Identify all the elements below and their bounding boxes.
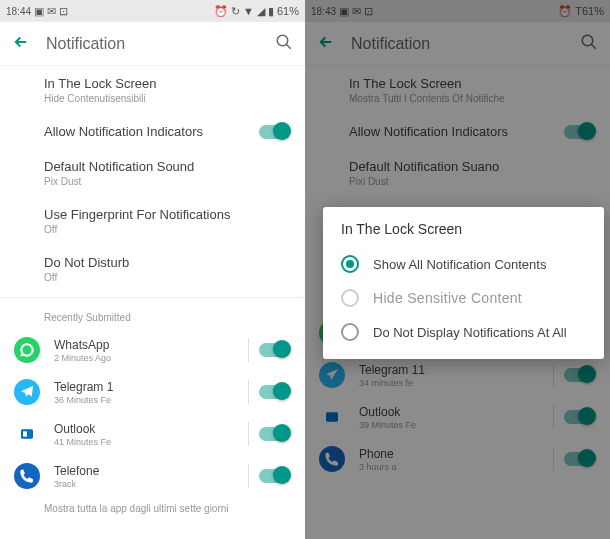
app-bar: Notification bbox=[0, 22, 305, 66]
separator bbox=[248, 380, 249, 404]
clock: 18:44 bbox=[6, 6, 31, 17]
toggle-switch[interactable] bbox=[259, 469, 289, 483]
indicators-setting[interactable]: Allow Notification Indicators bbox=[0, 114, 305, 149]
radio-button[interactable] bbox=[341, 255, 359, 273]
radio-button[interactable] bbox=[341, 323, 359, 341]
setting-title: In The Lock Screen bbox=[44, 76, 289, 91]
app-time: 3rack bbox=[54, 479, 248, 489]
signal-icon: ◢ bbox=[257, 5, 265, 18]
app-name: Outlook bbox=[54, 422, 248, 436]
toggle-switch[interactable] bbox=[259, 427, 289, 441]
setting-title: Use Fingerprint For Notifications bbox=[44, 207, 289, 222]
whatsapp-icon bbox=[14, 337, 40, 363]
dnd-setting[interactable]: Do Not Disturb Off bbox=[0, 245, 305, 293]
dialog-title: In The Lock Screen bbox=[323, 221, 604, 247]
app-row-telegram[interactable]: Telegram 1 36 Minutes Fe bbox=[0, 371, 305, 413]
radio-label: Show All Notification Contents bbox=[373, 257, 546, 272]
divider bbox=[0, 297, 305, 298]
alarm-icon: ⏰ bbox=[214, 5, 228, 18]
app-name: Telefone bbox=[54, 464, 248, 478]
setting-sub: Hide Contenutisensibili bbox=[44, 93, 289, 104]
app-row-phone[interactable]: Telefone 3rack bbox=[0, 455, 305, 497]
separator bbox=[248, 464, 249, 488]
wifi-icon: ▼ bbox=[243, 5, 254, 17]
app-icon: ⊡ bbox=[59, 5, 68, 18]
lock-screen-setting[interactable]: In The Lock Screen Hide Contenutisensibi… bbox=[0, 66, 305, 114]
toggle-switch[interactable] bbox=[259, 343, 289, 357]
telegram-icon bbox=[14, 379, 40, 405]
radio-option-show-all[interactable]: Show All Notification Contents bbox=[323, 247, 604, 281]
setting-sub: Pix Dust bbox=[44, 176, 289, 187]
radio-option-hide-sensitive[interactable]: Hide Sensitive Content bbox=[323, 281, 604, 315]
setting-title: Default Notification Sound bbox=[44, 159, 289, 174]
setting-title: Allow Notification Indicators bbox=[44, 124, 259, 139]
svg-point-0 bbox=[277, 35, 288, 46]
app-name: WhatsApp bbox=[54, 338, 248, 352]
radio-option-none[interactable]: Do Not Display Notifications At All bbox=[323, 315, 604, 349]
toggle-switch[interactable] bbox=[259, 385, 289, 399]
outlook-icon bbox=[14, 421, 40, 447]
app-row-outlook[interactable]: Outlook 41 Minutes Fe bbox=[0, 413, 305, 455]
recent-header: Recently Submitted bbox=[0, 302, 305, 329]
page-title: Notification bbox=[46, 35, 259, 53]
sync-icon: ↻ bbox=[231, 5, 240, 18]
separator bbox=[248, 338, 249, 362]
sound-setting[interactable]: Default Notification Sound Pix Dust bbox=[0, 149, 305, 197]
lock-screen-dialog: In The Lock Screen Show All Notification… bbox=[323, 207, 604, 359]
separator bbox=[248, 422, 249, 446]
toggle-switch[interactable] bbox=[259, 125, 289, 139]
app-time: 41 Minutes Fe bbox=[54, 437, 248, 447]
fingerprint-setting[interactable]: Use Fingerprint For Notifications Off bbox=[0, 197, 305, 245]
status-bar: 18:44 ▣ ✉ ⊡ ⏰ ↻ ▼ ◢ ▮ 61% bbox=[0, 0, 305, 22]
app-row-whatsapp[interactable]: WhatsApp 2 Minutes Ago bbox=[0, 329, 305, 371]
setting-sub: Off bbox=[44, 224, 289, 235]
radio-label: Hide Sensitive Content bbox=[373, 290, 522, 306]
message-icon: ✉ bbox=[47, 5, 56, 18]
setting-sub: Off bbox=[44, 272, 289, 283]
setting-title: Do Not Disturb bbox=[44, 255, 289, 270]
radio-button[interactable] bbox=[341, 289, 359, 307]
app-name: Telegram 1 bbox=[54, 380, 248, 394]
battery-percent: 61% bbox=[277, 5, 299, 17]
battery-icon: ▮ bbox=[268, 5, 274, 18]
footer-text: Mostra tutta la app dagli ultimi sette g… bbox=[0, 497, 305, 514]
back-button[interactable] bbox=[12, 33, 30, 55]
notification-icon: ▣ bbox=[34, 5, 44, 18]
app-time: 36 Minutes Fe bbox=[54, 395, 248, 405]
radio-label: Do Not Display Notifications At All bbox=[373, 325, 567, 340]
app-time: 2 Minutes Ago bbox=[54, 353, 248, 363]
search-button[interactable] bbox=[275, 33, 293, 55]
phone-icon bbox=[14, 463, 40, 489]
